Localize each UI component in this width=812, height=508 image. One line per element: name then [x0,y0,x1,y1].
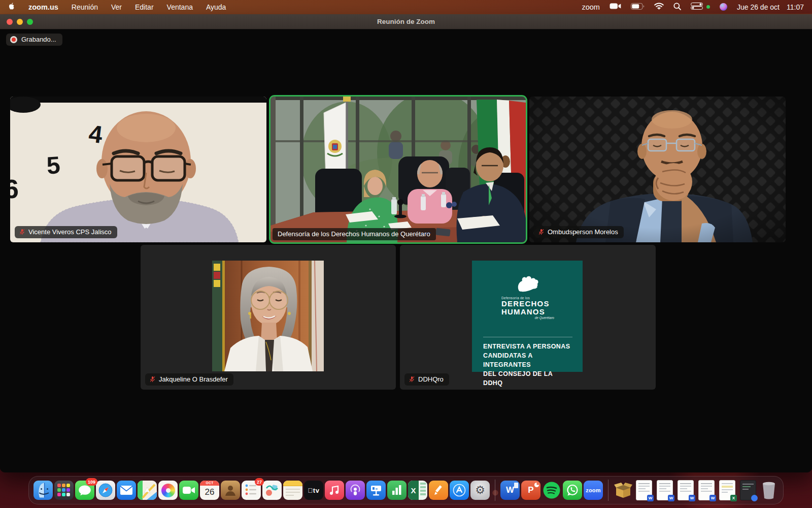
participant-name-tag: Ombudsperson Morelos [534,226,624,238]
separator [608,480,608,501]
dock-word[interactable]: W [500,481,520,500]
dock-photos[interactable] [158,481,178,500]
dock-numbers[interactable] [387,481,407,500]
dock-notes[interactable] [283,481,302,500]
camera-icon[interactable] [610,3,621,11]
video-tile-defensoria[interactable]: Defensoría de los Derechos Humanos de Qu… [270,97,526,242]
search-icon[interactable] [673,3,681,12]
dock-powerpoint[interactable]: P [521,481,540,500]
menu-ver[interactable]: Ver [111,3,122,11]
participant-name-tag: Defensoría de los Derechos Humanos de Qu… [273,228,436,240]
apple-menu[interactable] [8,2,15,12]
status-green-dot [706,5,710,9]
ddhq-logo: Defensoría de los DERECHOS HUMANOS de Qu… [501,276,554,320]
dock-document-word[interactable]: W [676,481,695,500]
dock-document-word[interactable]: W [697,481,716,500]
video-tile-ddhqro[interactable]: Defensoría de los DERECHOS HUMANOS de Qu… [400,245,656,390]
logo-text-top: Defensoría de los [501,296,554,300]
dock-app-store[interactable] [450,481,469,500]
dock-reminders[interactable]: 27 [242,481,261,500]
dock-pages[interactable] [429,481,448,500]
dock-mail[interactable] [117,481,136,500]
mic-muted-icon [149,376,156,383]
dock-system-settings[interactable]: ⚙ [470,481,490,500]
menu-editar[interactable]: Editar [135,3,154,11]
participant-name-tag: Jakqueline O Brasdefer [145,373,233,386]
logo-text-sub: de Querétaro [501,316,554,320]
mic-muted-icon [538,229,545,235]
record-icon [10,36,17,43]
dock-calendar[interactable]: OCT26 [200,481,219,500]
dock-document-word[interactable]: W [655,481,674,500]
fullscreen-button[interactable] [27,19,33,25]
dock-messages[interactable]: 109 [75,481,94,500]
separator [495,480,495,501]
dock-document-excel[interactable]: X [718,481,737,500]
menu-clock[interactable]: Jue 26 de oct 11:07 [737,3,804,11]
recording-label: Grabando... [21,36,56,43]
dock-launchpad[interactable] [54,481,74,500]
menu-appname[interactable]: zoom.us [28,3,58,11]
control-center-icon[interactable] [691,3,703,11]
ombudsperson-video [529,97,786,242]
card-title-line2: CANDIDATAS A INTEGRANTES [483,351,572,369]
menu-bar: zoom.us Reunión Ver Editar Ventana Ayuda… [0,0,812,14]
dock-maps[interactable] [138,481,157,500]
dock-trash[interactable] [759,481,779,500]
mic-muted-icon [19,229,25,235]
meeting-area: Grabando... 4 5 6 [0,29,812,472]
svg-text:6: 6 [10,174,19,204]
menu-ayuda[interactable]: Ayuda [206,3,226,11]
notification-badge: 109 [86,478,97,486]
zoom-status-label[interactable]: zoom [582,3,599,11]
menu-time: 11:07 [787,3,804,11]
wifi-icon[interactable] [654,3,664,11]
dock-keynote[interactable] [366,481,386,500]
dock-whatsapp[interactable] [563,481,582,500]
svg-text:5: 5 [46,151,61,179]
card-title-line3: DEL CONSEJO DE LA DDHQ [483,369,572,388]
video-tile-vicente[interactable]: 4 5 6 [10,97,266,242]
participant-name-tag: Vicente Viveros CPS Jalisco [15,226,117,238]
siri-icon[interactable] [720,3,727,11]
jakqueline-photo [212,261,324,371]
participant-name-tag: DDHQro [404,373,449,386]
menu-date: Jue 26 de oct [737,3,780,11]
video-tile-jakqueline[interactable]: Jakqueline O Brasdefer [141,245,396,390]
notification-badge: 27 [255,478,264,486]
dock-music[interactable] [325,481,344,500]
dock-contacts[interactable] [221,481,240,500]
minimize-button[interactable] [17,19,23,25]
zoom-window: Reunión de Zoom Grabando... 4 5 6 [0,14,812,472]
card-divider [483,337,572,337]
dock: 109OCT2627tvX⚙WPzoomWWWWX [28,476,784,504]
dock-spotify[interactable] [542,481,561,500]
dock-facetime[interactable] [179,481,198,500]
window-titlebar[interactable]: Reunión de Zoom [0,14,812,29]
dock-safari[interactable] [96,481,115,500]
dock-freeform[interactable] [262,481,282,500]
dock-finder[interactable] [33,481,53,500]
mic-muted-icon [409,376,415,383]
close-button[interactable] [7,19,13,25]
dock-podcasts[interactable] [346,481,365,500]
defensoria-video [270,97,526,242]
dock-document-word[interactable]: W [634,481,654,500]
logo-text-main2: HUMANOS [501,308,554,316]
hand-logo-icon [516,276,539,295]
dock-document-text[interactable] [738,481,758,500]
battery-icon[interactable] [631,3,645,11]
menu-reunion[interactable]: Reunión [72,3,98,11]
dock-apple-tv[interactable]: tv [304,481,323,500]
ddhq-shared-card: Defensoría de los DERECHOS HUMANOS de Qu… [472,261,583,372]
recording-indicator: Grabando... [6,34,62,46]
video-tile-ombudsperson[interactable]: Ombudsperson Morelos [529,97,786,242]
dock-downloads-stack[interactable] [614,481,633,500]
logo-text-main1: DERECHOS [501,300,554,308]
window-title: Reunión de Zoom [0,18,812,25]
dock-excel[interactable]: X [408,481,427,500]
card-title-line1: ENTREVISTA A PERSONAS [483,342,572,351]
menu-ventana[interactable]: Ventana [167,3,193,11]
desktop: { "menubar": { "app_name": "zoom.us", "m… [0,0,812,508]
dock-zoom[interactable]: zoom [584,481,603,500]
